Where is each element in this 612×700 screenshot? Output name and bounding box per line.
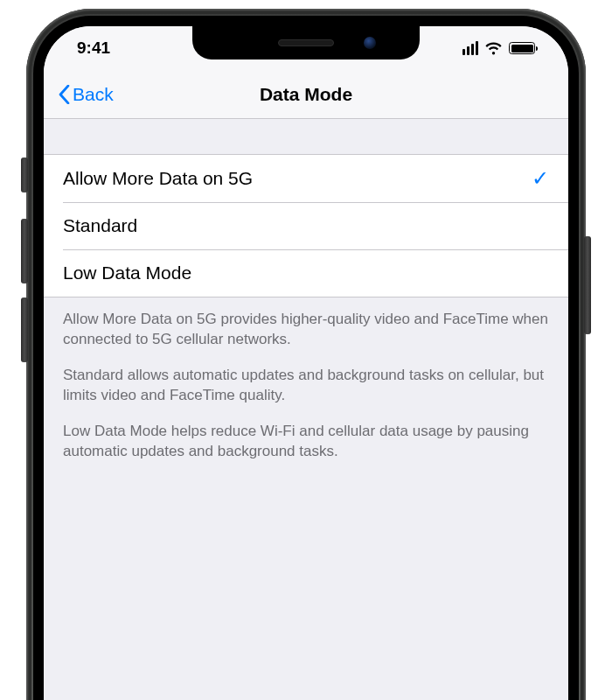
- section-spacer: [44, 119, 568, 154]
- screen: 9:41 Bac: [44, 26, 568, 700]
- data-mode-options: Allow More Data on 5G ✓ Standard Low Dat…: [44, 154, 568, 298]
- page-title: Data Mode: [44, 84, 568, 105]
- chevron-left-icon: [58, 85, 71, 104]
- checkmark-icon: ✓: [532, 166, 549, 191]
- mute-switch: [21, 158, 28, 192]
- phone-device-frame: 9:41 Bac: [26, 9, 586, 700]
- navigation-bar: Back Data Mode: [44, 70, 568, 119]
- wifi-icon: [484, 42, 503, 55]
- volume-down-button: [21, 298, 28, 362]
- notch: [192, 26, 420, 60]
- front-camera: [364, 37, 376, 49]
- option-label: Standard: [63, 215, 137, 236]
- option-standard[interactable]: Standard: [44, 202, 568, 249]
- battery-icon: [509, 42, 535, 54]
- cellular-signal-icon: [462, 41, 479, 55]
- earpiece-speaker: [278, 39, 334, 46]
- section-footer-text: Allow More Data on 5G provides higher-qu…: [44, 298, 568, 462]
- option-low-data-mode[interactable]: Low Data Mode: [44, 249, 568, 297]
- footer-paragraph: Low Data Mode helps reduce Wi-Fi and cel…: [63, 422, 549, 462]
- status-icons: [462, 41, 536, 55]
- power-button: [584, 236, 591, 334]
- option-label: Allow More Data on 5G: [63, 168, 253, 189]
- back-button[interactable]: Back: [44, 84, 114, 105]
- option-allow-more-data-5g[interactable]: Allow More Data on 5G ✓: [44, 155, 568, 202]
- footer-paragraph: Allow More Data on 5G provides higher-qu…: [63, 310, 549, 350]
- back-label: Back: [73, 84, 114, 105]
- status-time: 9:41: [77, 38, 156, 58]
- option-label: Low Data Mode: [63, 262, 191, 284]
- volume-up-button: [21, 219, 28, 284]
- footer-paragraph: Standard allows automatic updates and ba…: [63, 366, 549, 406]
